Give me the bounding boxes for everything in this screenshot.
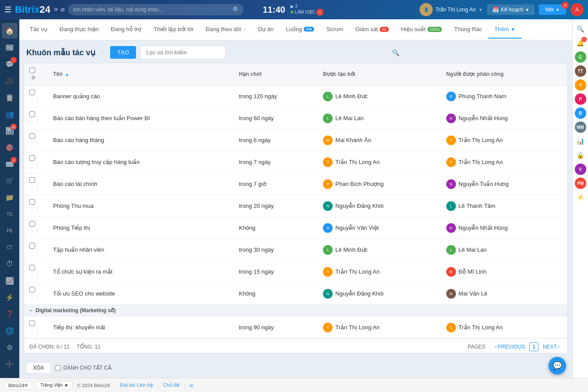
drag-handle[interactable]: ⋮⋮ — [29, 185, 40, 191]
drag-handle[interactable]: ⋮⋮ — [29, 328, 40, 334]
tab-project[interactable]: Dự án — [252, 21, 280, 39]
sidebar-item-mail[interactable]: ✉️4 — [2, 156, 18, 172]
sidebar-item-automation[interactable]: ⚡ — [2, 289, 18, 305]
sidebar-item-analytics[interactable]: 📈 — [2, 273, 18, 289]
tab-performance[interactable]: Hiệu suất 100% — [395, 21, 448, 39]
drag-handle[interactable]: ⋮⋮ — [29, 294, 40, 300]
apply-all-checkbox[interactable] — [55, 365, 61, 371]
search-input[interactable] — [68, 4, 244, 15]
row-checkbox-cell[interactable]: ⋮⋮ — [24, 239, 48, 261]
next-button[interactable]: NEXT › — [540, 343, 562, 351]
rs-security[interactable]: 🔒 — [574, 149, 587, 161]
drag-handle[interactable]: ⋮⋮ — [29, 207, 40, 213]
rs-user4[interactable]: P — [574, 93, 587, 105]
row-checkbox[interactable] — [29, 199, 35, 205]
notification-avatar[interactable]: A — [570, 3, 584, 16]
tab-scrum[interactable]: Scrum — [320, 21, 349, 39]
row-checkbox[interactable] — [29, 243, 35, 249]
menu-toggle[interactable]: ☰ — [4, 5, 11, 14]
sidebar-item-chat[interactable]: 💬 — [2, 56, 18, 72]
rs-user5[interactable]: B — [574, 107, 587, 119]
group-header-row[interactable]: – Digital marketing (Marketing số) — [24, 305, 567, 317]
apply-all-label[interactable]: DÀNH CHO TẤT CẢ — [55, 365, 111, 371]
rs-charts[interactable]: 📊 — [574, 135, 587, 147]
row-checkbox[interactable] — [29, 155, 35, 161]
favorite-star[interactable]: ☆ — [100, 48, 106, 57]
user-profile[interactable]: 👤 Trần Thị Long An ▼ — [419, 3, 483, 16]
row-checkbox[interactable] — [29, 265, 35, 271]
create-button[interactable]: TẠO — [110, 46, 136, 59]
prev-button[interactable]: ‹ PREVIOUS — [492, 343, 527, 351]
drag-handle[interactable]: ⋮⋮ — [29, 141, 40, 147]
sidebar-item-ct[interactable]: CT — [2, 239, 18, 255]
rs-bolt[interactable]: ⚡ — [574, 191, 587, 203]
drag-handle[interactable]: ⋮⋮ — [29, 163, 40, 169]
partner-link[interactable]: Đối tác Liên hệ — [120, 382, 153, 388]
tab-in-progress[interactable]: Đang thực hiện — [54, 21, 105, 39]
new-button[interactable]: Mới ▼ 4 — [539, 4, 566, 15]
sidebar-item-network[interactable]: 🌐 — [2, 323, 18, 339]
drag-handle[interactable]: ⋮⋮ — [29, 97, 40, 103]
delete-button[interactable]: XÓA — [26, 362, 50, 374]
row-checkbox-cell[interactable]: ⋮⋮ — [24, 107, 48, 129]
settings-icon[interactable]: ⚙ — [31, 75, 36, 80]
row-checkbox[interactable] — [29, 133, 35, 139]
tab-supporting[interactable]: Đang hỗ trợ — [105, 21, 147, 39]
sidebar-item-targets[interactable]: 🎯 — [2, 139, 18, 155]
filter-input[interactable] — [140, 46, 226, 59]
tab-setup-by-me[interactable]: Thiết lập bởi tôi — [147, 21, 199, 39]
sort-asc-icon[interactable]: ▲ — [65, 72, 69, 77]
row-checkbox[interactable] — [29, 111, 35, 117]
row-checkbox-cell[interactable]: ⋮⋮ — [24, 261, 48, 283]
brand-button[interactable]: Bitrix24® — [4, 381, 32, 389]
select-all-checkbox[interactable] — [29, 68, 35, 73]
group-name[interactable]: – Digital marketing (Marketing số) — [24, 305, 567, 317]
drag-handle[interactable]: ⋮⋮ — [29, 228, 40, 235]
tab-following[interactable]: Đang theo dõi ‹ — [200, 21, 252, 39]
drag-handle[interactable]: ⋮⋮ — [29, 250, 40, 257]
terms-link[interactable]: Chủ đề — [163, 382, 179, 388]
sidebar-item-add[interactable]: ➕ — [2, 356, 18, 372]
rs-user3[interactable]: Y — [574, 79, 587, 91]
tab-more[interactable]: Thêm ▼ — [488, 21, 522, 39]
row-checkbox-cell[interactable]: ⋮⋮ — [24, 195, 48, 217]
row-checkbox-cell[interactable]: ⋮⋮ — [24, 151, 48, 173]
rs-search[interactable]: 🔍 — [574, 23, 587, 35]
sidebar-item-help[interactable]: ❓ — [2, 306, 18, 322]
row-checkbox-cell[interactable]: ⋮⋮ — [24, 283, 48, 305]
rs-user1[interactable]: G — [574, 51, 587, 63]
drag-handle[interactable]: ⋮⋮ — [29, 272, 40, 278]
rs-user6[interactable]: MM — [574, 121, 587, 133]
row-checkbox-cell[interactable]: ⋮⋮ — [24, 317, 48, 339]
rs-notifications[interactable]: 🔔3 — [574, 37, 587, 49]
sidebar-item-feed[interactable]: 📰 — [2, 39, 18, 55]
tab-tasks[interactable]: Tác vụ — [24, 21, 54, 39]
sidebar-item-files[interactable]: 📁 — [2, 189, 18, 205]
group-toggle[interactable]: – — [29, 307, 32, 314]
row-checkbox[interactable] — [29, 221, 35, 227]
rs-user2[interactable]: TT — [574, 65, 587, 77]
sidebar-item-fb[interactable]: FB — [2, 223, 18, 239]
sidebar-item-contacts[interactable]: 👥 — [2, 106, 18, 122]
header-search[interactable]: 🔍 — [68, 4, 244, 15]
drag-handle[interactable]: ⋮⋮ — [29, 119, 40, 125]
print-link[interactable]: In — [190, 383, 194, 388]
sidebar-item-video[interactable]: 🎥 — [2, 73, 18, 89]
rs-user7[interactable]: V — [574, 163, 587, 175]
tab-flow[interactable]: Luồng Mới — [280, 21, 320, 39]
row-checkbox-cell[interactable]: ⋮⋮ — [24, 129, 48, 151]
sidebar-item-settings[interactable]: ⚙ — [2, 339, 18, 355]
sidebar-item-home[interactable]: 🏠 — [2, 23, 18, 39]
language-button[interactable]: Tiếng Việt ▼ — [36, 381, 73, 389]
plan-button[interactable]: 📅 Kế hoạch ▼ — [487, 4, 534, 15]
sidebar-item-tg[interactable]: TG — [2, 206, 18, 222]
sidebar-item-timetrack[interactable]: ⏱ — [2, 256, 18, 272]
row-checkbox[interactable] — [29, 321, 35, 326]
row-checkbox-cell[interactable]: ⋮⋮ — [24, 173, 48, 195]
row-checkbox[interactable] — [29, 89, 35, 95]
row-checkbox-cell[interactable]: ⋮⋮ — [24, 217, 48, 239]
row-checkbox-cell[interactable]: ⋮⋮ — [24, 86, 48, 107]
select-all-header[interactable]: ⚙ — [24, 63, 48, 86]
sidebar-item-crm[interactable]: 📊11 — [2, 123, 18, 139]
tab-monitor[interactable]: Giám sát 02 — [349, 21, 394, 39]
